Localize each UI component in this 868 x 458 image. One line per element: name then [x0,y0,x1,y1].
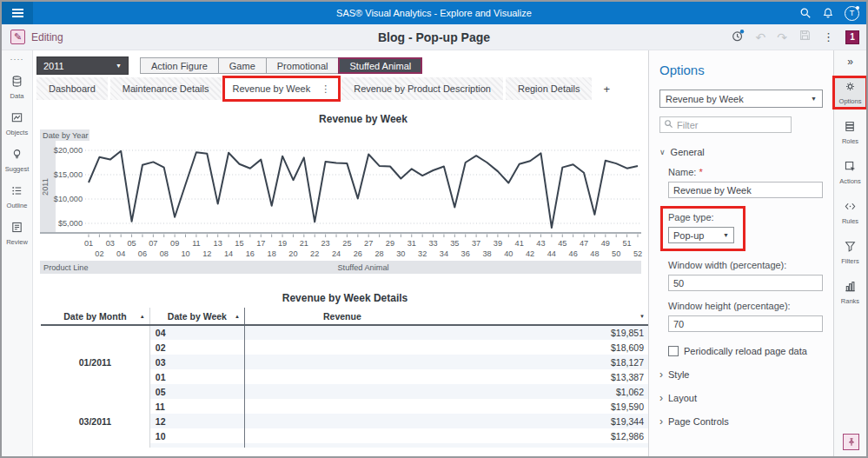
more-dots-icon[interactable]: ···· [2,55,32,63]
rail-item-label: Ranks [834,297,866,305]
category-button-promotional[interactable]: Promotional [266,57,340,74]
right-rail-item-rules[interactable]: Rules [834,197,866,228]
week-cell: 05 [149,384,244,399]
window-height-input[interactable] [668,315,823,332]
section-layout[interactable]: ›Layout [659,393,823,403]
x-axis-tick-label: 40 [504,249,513,258]
x-axis-tick-label: 52 [633,249,642,258]
year-filter-dropdown[interactable]: 2011 ▼ [36,56,129,75]
history-icon[interactable] [731,29,745,46]
tab-dashboard[interactable]: Dashboard [36,77,108,100]
x-axis-tick-label: 50 [612,249,620,258]
object-selector-value: Revenue by Week [666,94,744,104]
right-rail: » OptionsRolesActionsRulesFiltersRanks [833,50,866,456]
x-axis-tick-label: 04 [116,249,125,258]
options-filter-input[interactable] [677,120,787,130]
x-axis-tick-label: 11 [192,239,201,248]
tab-maintenance-details[interactable]: Maintenance Details [110,77,222,100]
left-rail-item-objects[interactable]: Objects [2,111,32,136]
right-rail-item-roles[interactable]: Roles [834,117,866,148]
x-axis-tick-label: 12 [202,249,211,258]
tab-menu-icon[interactable]: ⋮ [321,83,330,95]
table-row[interactable]: 03/201111$19,590 [41,399,648,414]
section-general-label: General [671,147,705,157]
report-canvas: 2011 ▼ Action FigureGamePromotionalStuff… [33,50,648,456]
revenue-cell: $19,344 [244,414,648,428]
y-axis-tick-label: $20,000 [54,146,83,155]
x-axis-tick-label: 25 [342,239,351,248]
notifications-icon[interactable] [822,7,834,19]
right-rail-item-actions[interactable]: Actions [834,157,866,188]
x-axis-tick-label: 28 [374,249,383,258]
top-app-bar: SAS® Visual Analytics - Explore and Visu… [2,2,866,24]
window-width-input[interactable] [668,275,823,291]
table-row[interactable]: 01/201104$19,851 [41,325,648,340]
column-header-label: Date by Month [63,311,126,322]
window-height-field: Window height (percentage): [668,301,823,332]
sort-desc-icon[interactable]: ▼ [639,314,645,319]
x-axis-tick-label: 17 [256,239,265,248]
right-rail-item-options[interactable]: Options [834,77,866,108]
redo-icon[interactable]: ↷ [777,31,787,43]
page-type-dropdown[interactable]: Pop-up ▼ [668,227,734,243]
revenue-series-line[interactable] [89,151,638,228]
suggest-icon [10,148,23,161]
left-rail: ···· DataObjectsSuggestOutlineReview [2,50,33,456]
column-header-date-by-week[interactable]: Date by Week▲ [149,308,244,325]
category-button-action-figure[interactable]: Action Figure [140,57,219,74]
tab-label: Region Details [518,83,580,94]
left-rail-item-suggest[interactable]: Suggest [2,148,32,173]
x-axis-tick-label: 14 [224,249,233,258]
save-icon[interactable] [798,29,812,45]
add-page-tab-button[interactable]: + [594,77,619,100]
pin-panel-button[interactable] [843,434,859,450]
app-title: SAS® Visual Analytics - Explore and Visu… [2,8,866,18]
options-panel: Options Revenue by Week ▼ ∨ General Name… [648,50,833,456]
left-rail-item-outline[interactable]: Outline [2,184,32,209]
section-general[interactable]: ∨ General [659,147,823,157]
checkbox-unchecked-icon[interactable] [668,346,679,356]
x-axis-tick-label: 27 [364,239,373,248]
column-header-date-by-month[interactable]: Date by Month▲ [41,308,149,325]
x-axis-tick-label: 49 [601,239,610,248]
x-axis-tick-label: 46 [569,249,578,258]
user-avatar[interactable]: T [845,6,859,21]
ranks-icon [844,280,857,293]
name-input[interactable] [668,182,823,198]
window-width-field: Window width (percentage): [668,260,823,291]
category-button-game[interactable]: Game [218,57,267,74]
search-icon[interactable] [799,7,812,19]
sort-asc-icon[interactable]: ▲ [235,314,240,319]
tab-revenue-by-week[interactable]: Revenue by Week⋮ [224,77,340,100]
column-header-revenue[interactable]: Revenue▼ [244,308,648,325]
more-options-icon[interactable]: ⋮ [823,31,834,43]
collapse-panel-icon[interactable]: » [834,56,866,68]
undo-icon[interactable]: ↶ [756,31,766,43]
tab-revenue-by-product-description[interactable]: Revenue by Product Description [341,77,503,100]
name-field: Name: * [668,167,823,198]
reload-page-data-checkbox-row[interactable]: Periodically reload page data [668,346,823,356]
rail-item-label: Suggest [2,165,32,173]
left-rail-item-data[interactable]: Data [2,75,32,100]
category-button-stuffed-animal[interactable]: Stuffed Animal [338,57,422,74]
right-rail-item-ranks[interactable]: Ranks [834,277,866,308]
sort-asc-icon[interactable]: ▲ [140,314,145,319]
section-style[interactable]: ›Style [659,369,823,380]
left-rail-item-review[interactable]: Review [2,221,32,246]
options-filter [659,116,792,133]
week-cell: 10 [149,428,244,443]
revenue-details-table[interactable]: Date by Month▲Date by Week▲Revenue▼ 01/2… [41,308,648,448]
alert-count-badge[interactable]: 1 [845,30,859,44]
x-axis-tick-label: 41 [515,239,524,248]
week-cell: 03 [149,355,244,369]
x-axis-tick-label: 48 [590,249,599,258]
revenue-cell: $13,387 [244,369,648,384]
right-rail-item-filters[interactable]: Filters [834,237,866,268]
rail-item-label: Options [834,97,866,105]
tab-region-details[interactable]: Region Details [506,77,593,100]
revenue-by-week-line-chart[interactable]: Revenue by WeekDate by Year2011$20,000$1… [33,101,648,276]
object-selector-dropdown[interactable]: Revenue by Week ▼ [659,90,823,108]
section-page-controls[interactable]: ›Page Controls [659,416,823,427]
section-label: Layout [668,393,697,403]
filters-icon [844,240,857,253]
